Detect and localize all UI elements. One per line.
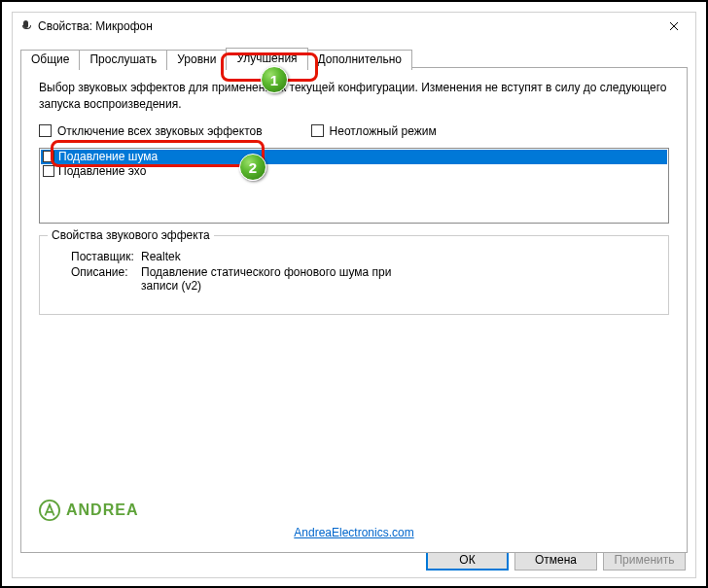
description-value: Подавление статического фонового шума пр… bbox=[141, 265, 413, 293]
provider-value: Realtek bbox=[141, 250, 413, 263]
checkbox-icon bbox=[43, 151, 54, 162]
effect-properties-group: Свойства звукового эффекта Поставщик: Re… bbox=[39, 235, 669, 315]
andrea-logo-icon bbox=[39, 500, 60, 521]
close-icon bbox=[669, 21, 679, 31]
titlebar: Свойства: Микрофон bbox=[13, 13, 695, 40]
description-label: Описание: bbox=[53, 265, 141, 293]
provider-label: Поставщик: bbox=[53, 250, 141, 263]
properties-window: Свойства: Микрофон Общие Прослушать Уров… bbox=[12, 12, 696, 578]
checkbox-icon bbox=[43, 165, 54, 177]
disable-all-effects[interactable]: Отключение всех звуковых эффектов bbox=[39, 124, 263, 138]
logo-text: ANDREA bbox=[66, 502, 138, 519]
tab-advanced[interactable]: Дополнительно bbox=[307, 50, 412, 70]
andrea-link[interactable]: AndreaElectronics.com bbox=[294, 526, 413, 539]
effect-label: Подавление эхо bbox=[58, 164, 146, 179]
logo-area: ANDREA bbox=[39, 500, 138, 521]
tab-levels[interactable]: Уровни bbox=[166, 50, 227, 70]
tab-general[interactable]: Общие bbox=[20, 50, 80, 70]
window-body: Общие Прослушать Уровни Улучшения Дополн… bbox=[13, 40, 695, 577]
tab-listen[interactable]: Прослушать bbox=[79, 50, 167, 70]
window-title: Свойства: Микрофон bbox=[38, 19, 652, 33]
checkbox-row: Отключение всех звуковых эффектов Неотло… bbox=[39, 124, 669, 138]
list-item[interactable]: Подавление эхо bbox=[41, 164, 667, 179]
checkbox-icon bbox=[39, 124, 52, 137]
description-text: Выбор звуковых эффектов для применения к… bbox=[39, 80, 669, 113]
list-item[interactable]: Подавление шума bbox=[41, 150, 667, 164]
effects-list[interactable]: Подавление шума Подавление эхо bbox=[39, 148, 669, 224]
immediate-mode-label: Неотложный режим bbox=[330, 124, 437, 138]
checkbox-icon bbox=[311, 124, 324, 137]
disable-all-label: Отключение всех звуковых эффектов bbox=[57, 124, 263, 138]
tab-enhancements[interactable]: Улучшения bbox=[226, 48, 307, 68]
immediate-mode[interactable]: Неотложный режим bbox=[311, 124, 437, 138]
tab-panel: Выбор звуковых эффектов для применения к… bbox=[20, 67, 688, 553]
effect-label: Подавление шума bbox=[58, 150, 158, 164]
microphone-icon bbox=[20, 20, 32, 32]
close-button[interactable] bbox=[652, 13, 695, 40]
fieldset-legend: Свойства звукового эффекта bbox=[48, 228, 214, 242]
tabs: Общие Прослушать Уровни Улучшения Дополн… bbox=[20, 48, 688, 68]
